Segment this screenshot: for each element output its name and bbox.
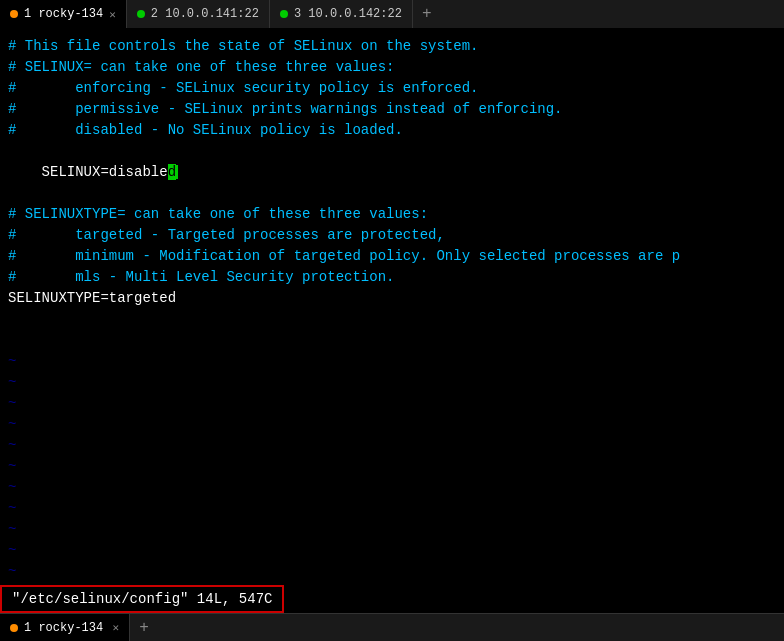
bottom-tab-bar: 1 rocky-134 ✕ + [0,613,784,641]
tilde-8: ~ [8,498,776,519]
line-6-before: SELINUX=disable [42,164,168,180]
line-6-cursor-box [176,165,178,179]
line-12 [8,309,776,330]
tilde-11: ~ [8,561,776,582]
tab-bar: 1 rocky-134 ✕ 2 10.0.0.141:22 3 10.0.0.1… [0,0,784,28]
tilde-10: ~ [8,540,776,561]
file-info-box: "/etc/selinux/config" 14L, 547C [0,585,284,613]
line-8: # targeted - Targeted processes are prot… [8,225,776,246]
tab-3-dot [280,10,288,18]
tilde-4: ~ [8,414,776,435]
line-9: # minimum - Modification of targeted pol… [8,246,776,267]
bottom-tab-1-close[interactable]: ✕ [112,621,119,634]
bottom-tab-1-label: 1 rocky-134 [24,621,103,635]
line-11: SELINUXTYPE=targeted [8,288,776,309]
line-4: # permissive - SELinux prints warnings i… [8,99,776,120]
tab-2-label: 2 10.0.0.141:22 [151,7,259,21]
file-info-text: "/etc/selinux/config" 14L, 547C [12,591,272,607]
tab-2[interactable]: 2 10.0.0.141:22 [127,0,270,28]
add-tab-button[interactable]: + [413,0,441,28]
bottom-tab-1[interactable]: 1 rocky-134 ✕ [0,614,130,641]
tab-2-dot [137,10,145,18]
tab-1-close[interactable]: ✕ [109,8,116,21]
bottom-add-tab-button[interactable]: + [130,614,158,641]
tilde-5: ~ [8,435,776,456]
tilde-7: ~ [8,477,776,498]
bottom-tab-1-dot [10,624,18,632]
line-3: # enforcing - SELinux security policy is… [8,78,776,99]
line-10: # mls - Multi Level Security protection. [8,267,776,288]
tab-1-dot [10,10,18,18]
line-2: # SELINUX= can take one of these three v… [8,57,776,78]
cursor-char: d [168,164,176,180]
line-5: # disabled - No SELinux policy is loaded… [8,120,776,141]
terminal-content: # This file controls the state of SELinu… [0,28,784,613]
tab-3[interactable]: 3 10.0.0.142:22 [270,0,413,28]
tilde-1: ~ [8,351,776,372]
tilde-3: ~ [8,393,776,414]
line-6-cursor: SELINUX=disabled [8,141,776,204]
line-13 [8,330,776,351]
tilde-9: ~ [8,519,776,540]
line-1: # This file controls the state of SELinu… [8,36,776,57]
tilde-6: ~ [8,456,776,477]
tilde-2: ~ [8,372,776,393]
tab-1-label: 1 rocky-134 [24,7,103,21]
tab-3-label: 3 10.0.0.142:22 [294,7,402,21]
line-7: # SELINUXTYPE= can take one of these thr… [8,204,776,225]
tab-1[interactable]: 1 rocky-134 ✕ [0,0,127,28]
